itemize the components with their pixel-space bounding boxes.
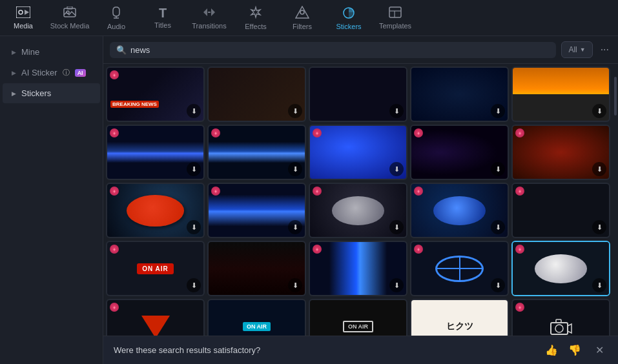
on-air-cyan-label: ON AIR [243,322,271,331]
stock-media-icon [63,6,76,20]
sidebar-item-mine[interactable]: ▶ Mine [3,42,100,62]
nav-templates-label: Templates [379,22,411,30]
sidebar-item-ai-sticker[interactable]: ▶ AI Sticker ⓘ AI [3,63,100,83]
nav-stickers[interactable]: Stickers [325,0,372,36]
premium-badge [414,245,423,254]
stickers-chevron-icon: ▶ [12,90,16,97]
premium-badge [313,187,322,196]
grid-scroll-area: ⬇⬇⬇⬇⬇⬇⬇⬇⬇⬇⬇⬇⬇⬇⬇ON AIR⬇⬇⬇⬇⬇⬇ON AIR⬇ON AIR… [103,64,618,336]
grid-item[interactable]: ⬇ [309,241,407,296]
download-button[interactable]: ⬇ [187,220,201,234]
download-button[interactable]: ⬇ [592,278,606,292]
sticker-grid: ⬇⬇⬇⬇⬇⬇⬇⬇⬇⬇⬇⬇⬇⬇⬇ON AIR⬇⬇⬇⬇⬇⬇ON AIR⬇ON AIR… [106,66,610,336]
grid-item[interactable]: ⬇ [106,299,205,336]
grid-item[interactable]: ⬇ [207,183,306,238]
nav-media[interactable]: Media [0,0,46,36]
grid-item[interactable]: ⬇ [106,66,205,122]
nav-titles[interactable]: T Titles [139,0,186,36]
search-input[interactable] [130,45,550,55]
download-button[interactable]: ⬇ [491,220,505,234]
grid-item[interactable]: ON AIR⬇ [106,241,205,296]
download-button[interactable]: ⬇ [187,162,201,176]
grid-item[interactable]: ⬇ [106,125,205,180]
download-button[interactable]: ⬇ [491,104,505,118]
grid-item[interactable]: ⬇ [410,241,509,296]
download-button[interactable]: ⬇ [389,278,404,292]
grid-item[interactable]: ON AIR⬇ [207,299,306,336]
grid-item[interactable]: ⬇ [511,66,610,122]
premium-badge [515,128,524,137]
premium-badge [110,187,119,196]
grid-item[interactable]: ⬇ [309,183,407,238]
content-area: 🔍 All ▼ ··· ⬇⬇⬇⬇⬇⬇⬇⬇⬇⬇⬇⬇⬇⬇⬇ON AIR⬇⬇⬇⬇⬇⬇O… [103,36,618,364]
feedback-close-button[interactable]: ✕ [592,343,608,358]
nav-transitions[interactable]: Transitions [186,0,232,36]
grid-item[interactable]: ON AIR⬇ [309,299,407,336]
download-button[interactable]: ⬇ [389,104,404,118]
grid-item[interactable]: ⬇ [207,125,306,180]
download-button[interactable]: ⬇ [592,104,606,118]
sidebar-stickers-label: Stickers [21,88,51,98]
grid-item[interactable]: ⬇ [207,66,306,122]
download-button[interactable]: ⬇ [187,278,201,292]
sidebar: ▶ Mine ▶ AI Sticker ⓘ AI ▶ Stickers [0,36,103,364]
nav-stock-media[interactable]: Stock Media [46,0,93,36]
thumbs-up-button[interactable]: 👍 [542,343,561,358]
grid-item[interactable]: ⬇ [511,125,610,180]
download-button[interactable]: ⬇ [288,220,302,234]
grid-item[interactable]: ⬇ [511,241,610,296]
right-scrollbar[interactable] [613,64,618,336]
grid-item[interactable]: ⬇ [106,183,205,238]
nav-filters[interactable]: Filters [279,0,325,36]
grid-item[interactable]: ⬇ [309,66,407,122]
nav-titles-label: Titles [154,21,171,29]
download-button[interactable]: ⬇ [389,220,404,234]
premium-badge [414,187,423,196]
svg-point-1 [19,10,23,14]
grid-item[interactable]: ⬇ [410,66,509,122]
download-button[interactable]: ⬇ [288,162,302,176]
download-button[interactable]: ⬇ [491,162,505,176]
on-air-label: ON AIR [137,263,174,274]
grid-container: ⬇⬇⬇⬇⬇⬇⬇⬇⬇⬇⬇⬇⬇⬇⬇ON AIR⬇⬇⬇⬇⬇⬇ON AIR⬇ON AIR… [103,64,613,336]
camera-icon [550,318,573,336]
nav-transitions-label: Transitions [192,22,226,30]
download-button[interactable]: ⬇ [491,278,505,292]
svg-rect-16 [556,319,561,323]
red-triangle-icon [141,316,170,336]
filter-dropdown[interactable]: All ▼ [561,41,592,58]
grid-item[interactable]: ⬇ [207,241,306,296]
premium-badge [110,303,119,312]
effects-icon [249,6,262,21]
filter-chevron-icon: ▼ [580,46,586,53]
feedback-text: Were these search results satisfactory? [114,345,535,355]
search-icon: 🔍 [116,45,127,55]
download-button[interactable]: ⬇ [288,278,302,292]
thumbs-down-button[interactable]: 👎 [566,343,584,358]
nav-audio[interactable]: Audio [93,0,139,36]
svg-point-9 [300,10,304,14]
sidebar-item-stickers[interactable]: ▶ Stickers [3,83,100,103]
grid-item[interactable]: ⬇ [511,299,610,336]
stickers-icon [342,6,356,21]
filter-label: All [568,45,577,54]
grid-item[interactable]: ヒクツ⬇ [410,299,509,336]
grid-item[interactable]: ⬇ [511,183,610,238]
ai-sticker-chevron-icon: ▶ [12,70,16,76]
japanese-text-label: ヒクツ [446,321,473,332]
download-button[interactable]: ⬇ [592,162,606,176]
nav-effects[interactable]: Effects [232,0,279,36]
globe-wire-icon [435,256,484,282]
premium-badge [515,303,524,312]
sidebar-mine-label: Mine [21,47,39,57]
download-button[interactable]: ⬇ [389,162,404,176]
download-button[interactable]: ⬇ [592,220,606,234]
search-input-wrap: 🔍 [110,42,556,58]
more-options-button[interactable]: ··· [598,41,612,58]
grid-item[interactable]: ⬇ [410,183,509,238]
grid-item[interactable]: ⬇ [309,125,407,180]
download-button[interactable]: ⬇ [288,104,302,118]
download-button[interactable]: ⬇ [187,104,201,118]
grid-item[interactable]: ⬇ [410,125,509,180]
nav-templates[interactable]: Templates [372,0,418,36]
